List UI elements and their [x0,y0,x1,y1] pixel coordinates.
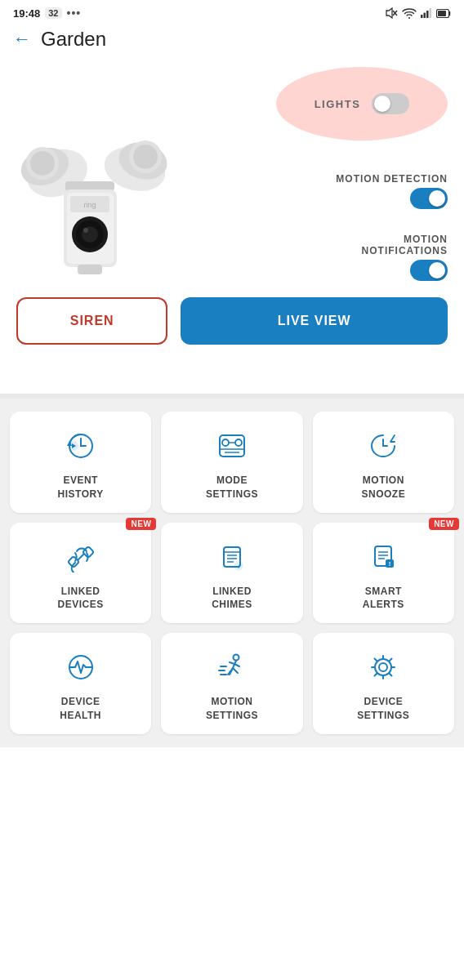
svg-rect-8 [438,11,446,16]
svg-rect-39 [68,556,79,568]
device-settings-label: DEVICESETTINGS [357,695,409,723]
svg-point-59 [379,663,387,671]
smart-alerts-label: SMARTALERTS [363,585,404,612]
signal-icon [421,8,432,18]
grid-item-motion-snooze[interactable]: MOTIONSNOOZE [313,412,454,513]
status-left: 19:48 32 ••• [13,7,81,20]
mode-icon [214,428,250,464]
camera-image: ring [8,108,188,279]
device-section: ring LIGHTS MOTION DETECTION [0,59,464,394]
grid-section: EVENTHISTORY MODESETTINGS [0,399,464,747]
page-title: Garden [41,28,106,51]
chimes-icon: + [214,539,250,575]
mode-settings-label: MODESETTINGS [206,474,258,501]
svg-rect-26 [78,265,102,274]
action-buttons: SIREN LIVE VIEW [0,281,464,369]
battery-icon [436,9,451,18]
svg-rect-4 [424,13,426,19]
motion-settings-label: MOTIONSETTINGS [206,695,258,723]
status-right [385,7,451,19]
svg-point-16 [133,145,158,169]
status-dots: ••• [67,7,82,20]
lights-oval: LIGHTS [276,67,448,140]
settings-icon [365,649,401,685]
device-controls: ring LIGHTS MOTION DETECTION [0,67,464,281]
svg-point-60 [375,659,391,675]
motion-run-icon [214,649,250,685]
svg-point-33 [235,439,242,446]
motion-detection-label: MOTION DETECTION [336,173,448,185]
page-header: ← Garden [0,23,464,59]
lights-label: LIGHTS [315,98,361,110]
grid-item-device-health[interactable]: DEVICEHEALTH [10,633,151,734]
motion-notifications-toggle[interactable] [410,260,448,281]
wifi-icon [402,7,417,19]
lights-toggle[interactable] [372,93,409,114]
svg-rect-5 [426,11,429,18]
grid-item-device-settings[interactable]: DEVICESETTINGS [313,633,454,734]
svg-point-55 [233,655,239,661]
svg-point-12 [30,151,55,176]
badge-new-smart-alerts: NEW [429,518,459,530]
svg-rect-3 [421,15,423,18]
motion-detection-row: MOTION DETECTION [336,173,448,209]
event-history-label: EVENTHISTORY [58,474,104,501]
link-icon [63,539,99,575]
status-bar: 19:48 32 ••• [0,0,464,23]
linked-chimes-label: LINKEDCHIMES [212,585,252,612]
motion-notifications-row: MOTIONNOTIFICATIONS [362,234,448,281]
grid-item-linked-chimes[interactable]: + LINKEDCHIMES [161,523,302,624]
svg-rect-6 [430,8,432,18]
health-icon [63,649,99,685]
motion-notifications-label: MOTIONNOTIFICATIONS [362,234,448,256]
svg-point-25 [83,228,88,233]
back-button[interactable]: ← [13,29,31,50]
svg-point-2 [408,17,410,19]
grid-item-smart-alerts[interactable]: NEW ! SMARTALERTS [313,523,454,624]
mute-icon [385,7,398,19]
snooze-icon [365,428,401,464]
controls-right: LIGHTS MOTION DETECTION MOTIONNOTIFICATI… [188,67,448,281]
svg-text:!: ! [389,560,391,568]
device-health-label: DEVICEHEALTH [60,695,101,723]
badge-new-linked-devices: NEW [126,518,156,530]
live-view-button[interactable]: LIVE VIEW [181,297,448,345]
status-badge: 32 [45,7,61,19]
svg-text:+: + [237,564,240,569]
motion-snooze-label: MOTIONSNOOZE [361,474,405,501]
linked-devices-label: LINKEDDEVICES [58,585,104,612]
grid-item-linked-devices[interactable]: NEW LINKEDDEVICES [10,523,151,624]
svg-point-32 [222,439,229,446]
grid-item-mode-settings[interactable]: MODESETTINGS [161,412,302,513]
status-time: 19:48 [13,7,40,20]
svg-text:ring: ring [83,201,96,209]
alerts-icon: ! [365,539,401,575]
grid-item-event-history[interactable]: EVENTHISTORY [10,412,151,513]
grid-item-motion-settings[interactable]: MOTIONSETTINGS [161,633,302,734]
history-icon [63,428,99,464]
siren-button[interactable]: SIREN [16,297,167,345]
motion-detection-toggle[interactable] [410,188,448,209]
features-grid: EVENTHISTORY MODESETTINGS [10,412,454,734]
